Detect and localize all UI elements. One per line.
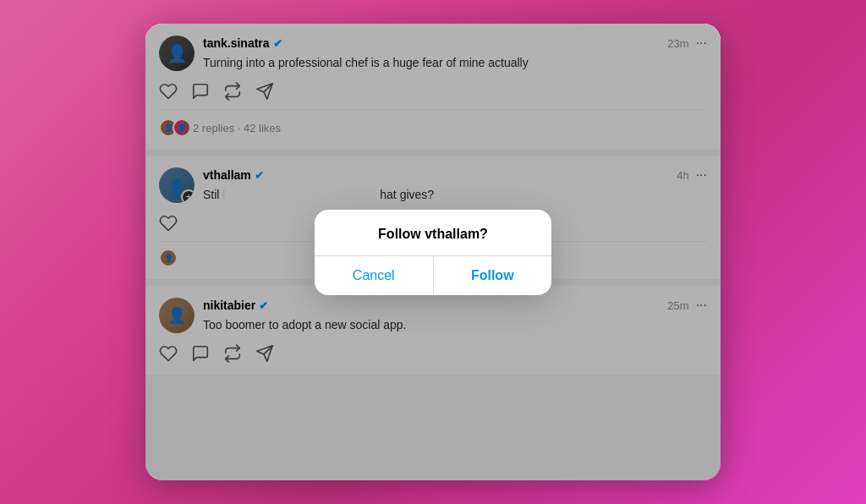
phone-container: 👤 tank.sinatra ✔ 23m ··· Turning into a … <box>145 24 721 480</box>
follow-dialog: Follow vthallam? Cancel Follow <box>315 210 551 295</box>
cancel-button[interactable]: Cancel <box>315 256 434 295</box>
dialog-title: Follow vthallam? <box>315 210 551 255</box>
follow-button[interactable]: Follow <box>434 256 552 295</box>
follow-dialog-overlay[interactable]: Follow vthallam? Cancel Follow <box>145 24 721 480</box>
dialog-buttons: Cancel Follow <box>315 255 551 295</box>
